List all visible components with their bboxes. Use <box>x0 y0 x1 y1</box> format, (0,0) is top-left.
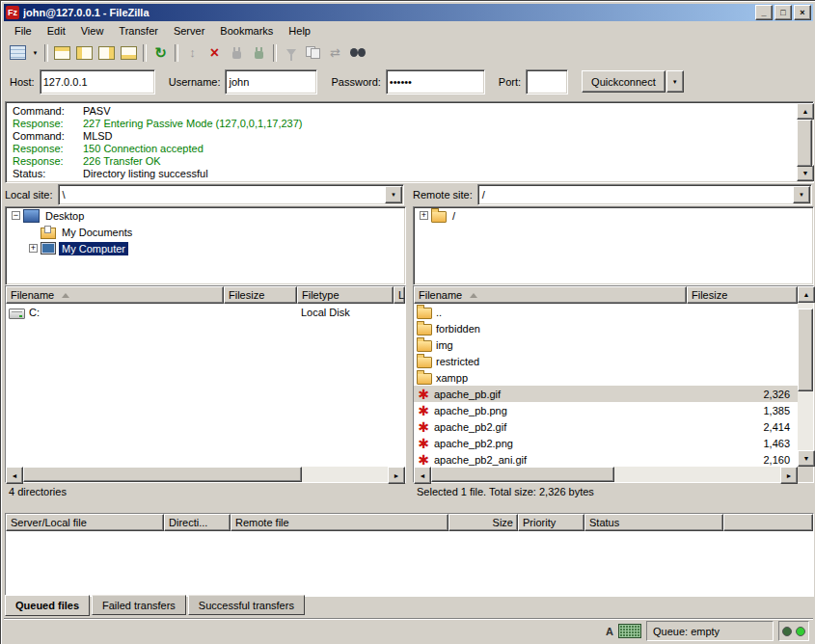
column-header-size[interactable]: Size <box>448 514 518 531</box>
tree-item-desktop[interactable]: − Desktop <box>6 207 405 224</box>
password-input[interactable] <box>386 69 485 94</box>
scroll-right-icon[interactable]: ► <box>780 467 798 484</box>
process-queue-button[interactable]: ↕ <box>181 42 204 64</box>
chevron-down-icon[interactable]: ▼ <box>793 186 810 203</box>
folder-icon <box>417 373 432 385</box>
scroll-left-icon[interactable]: ◄ <box>6 467 23 484</box>
refresh-button[interactable]: ↻ <box>149 42 172 64</box>
column-header-remote-file[interactable]: Remote file <box>231 514 448 531</box>
log-scrollbar[interactable]: ▲ ▼ <box>797 103 812 181</box>
local-tree-icon <box>76 46 93 60</box>
host-input[interactable] <box>40 69 155 94</box>
quickconnect-button[interactable]: Quickconnect <box>582 70 666 93</box>
local-horizontal-scrollbar[interactable]: ◄ ► <box>6 467 405 482</box>
toggle-message-log-button[interactable] <box>51 42 73 64</box>
disconnect-button[interactable] <box>226 42 248 64</box>
log-line: Command: PASV <box>13 105 813 118</box>
tab-failed-transfers[interactable]: Failed transfers <box>92 595 186 615</box>
maximize-button[interactable]: □ <box>774 5 792 20</box>
column-header-last-modified[interactable]: L <box>394 286 405 304</box>
quickconnect-dropdown-button[interactable]: ▼ <box>666 70 684 93</box>
remote-site-combo[interactable]: / ▼ <box>477 184 812 205</box>
titlebar[interactable]: Fz john@127.0.0.1 - FileZilla _ □ × <box>4 4 813 21</box>
chevron-down-icon: ▼ <box>33 50 39 56</box>
close-button[interactable]: × <box>794 5 811 20</box>
menu-view[interactable]: View <box>73 23 112 39</box>
file-row[interactable]: xampp <box>414 369 798 386</box>
scroll-down-icon[interactable]: ▼ <box>797 165 814 181</box>
expand-icon[interactable]: + <box>420 211 428 220</box>
file-row[interactable]: ✱apache_pb.png 1,385 <box>414 402 798 418</box>
column-header-filename[interactable]: Filename <box>6 286 224 304</box>
queue-body[interactable] <box>6 531 813 596</box>
tree-item-my-documents[interactable]: My Documents <box>6 224 405 240</box>
collapse-icon[interactable]: − <box>12 211 20 220</box>
local-site-row: Local site: \ ▼ <box>5 185 404 204</box>
remote-tree-pane: + / <box>413 206 814 285</box>
username-input[interactable] <box>225 69 317 94</box>
file-row[interactable]: ✱apache_pb2.gif 2,414 <box>414 418 798 435</box>
expand-icon[interactable]: + <box>29 244 38 253</box>
menu-transfer[interactable]: Transfer <box>111 23 166 39</box>
menu-file[interactable]: File <box>7 23 40 39</box>
scrollbar-thumb[interactable] <box>797 120 812 167</box>
scrollbar-corner <box>798 467 813 482</box>
scrollbar-thumb[interactable] <box>431 467 614 482</box>
compare-button[interactable] <box>302 42 324 64</box>
message-log-pane[interactable]: Command: PASV Response: 227 Entering Pas… <box>5 101 814 183</box>
menu-edit[interactable]: Edit <box>40 23 73 39</box>
column-header-filename[interactable]: Filename <box>414 286 687 304</box>
scrollbar-thumb[interactable] <box>798 309 813 391</box>
tree-item-my-computer[interactable]: + My Computer <box>6 240 405 256</box>
scroll-up-icon[interactable]: ▲ <box>797 103 814 120</box>
local-site-value: \ <box>59 189 385 201</box>
scroll-up-icon[interactable]: ▲ <box>798 286 815 303</box>
sync-browsing-button[interactable]: ⇄ <box>324 42 346 64</box>
file-row[interactable]: forbidden <box>414 320 798 336</box>
column-header-server-local-file[interactable]: Server/Local file <box>6 514 164 531</box>
cancel-button[interactable]: × <box>204 42 226 64</box>
send-led-icon <box>796 627 805 636</box>
minimize-button[interactable]: _ <box>755 5 773 20</box>
local-site-combo[interactable]: \ ▼ <box>58 184 404 205</box>
chevron-down-icon[interactable]: ▼ <box>385 186 402 203</box>
column-header-status[interactable]: Status <box>584 514 723 531</box>
site-manager-button[interactable] <box>7 42 29 64</box>
column-header-filesize[interactable]: Filesize <box>224 286 297 304</box>
scroll-right-icon[interactable]: ► <box>388 467 405 484</box>
column-header-priority[interactable]: Priority <box>518 514 584 531</box>
log-line: Command: MLSD <box>13 130 813 143</box>
folder-icon <box>431 211 447 223</box>
scroll-left-icon[interactable]: ◄ <box>414 467 431 484</box>
file-row[interactable]: ✱apache_pb2.png 1,463 <box>414 435 798 451</box>
column-header-direction[interactable]: Directi... <box>164 514 231 531</box>
tab-queued-files[interactable]: Queued files <box>5 595 90 616</box>
file-row[interactable]: .. <box>414 304 798 320</box>
remote-vertical-scrollbar[interactable]: ▲ ▼ <box>798 286 813 482</box>
file-row[interactable]: ✱apache_pb2_ani.gif 2,160 <box>414 451 798 467</box>
toggle-queue-button[interactable] <box>118 42 140 64</box>
file-row[interactable]: img <box>414 336 798 353</box>
site-manager-dropdown-button[interactable]: ▼ <box>29 42 41 64</box>
port-input[interactable] <box>526 69 568 94</box>
menu-server[interactable]: Server <box>166 23 212 39</box>
reconnect-button[interactable] <box>248 42 270 64</box>
column-header-filesize[interactable]: Filesize <box>687 286 798 304</box>
tab-successful-transfers[interactable]: Successful transfers <box>188 595 305 615</box>
tree-item-root[interactable]: + / <box>414 207 813 224</box>
menu-help[interactable]: Help <box>281 23 318 39</box>
file-row[interactable]: restricted <box>414 353 798 369</box>
menu-bookmarks[interactable]: Bookmarks <box>212 23 281 39</box>
scrollbar-thumb[interactable] <box>23 467 302 482</box>
find-button[interactable] <box>346 42 368 64</box>
remote-horizontal-scrollbar[interactable]: ◄ ► <box>414 467 798 482</box>
toggle-remote-tree-button[interactable] <box>95 42 118 64</box>
toggle-local-tree-button[interactable] <box>73 42 95 64</box>
file-row-selected[interactable]: ✱apache_pb.gif 2,326 <box>414 386 798 402</box>
scroll-down-icon[interactable]: ▼ <box>798 450 815 467</box>
column-header-filetype[interactable]: Filetype <box>297 286 394 304</box>
file-row[interactable]: C: Local Disk <box>6 304 405 320</box>
sort-ascending-icon <box>470 293 477 298</box>
message-log-icon <box>54 46 70 60</box>
filter-button[interactable] <box>280 42 302 64</box>
